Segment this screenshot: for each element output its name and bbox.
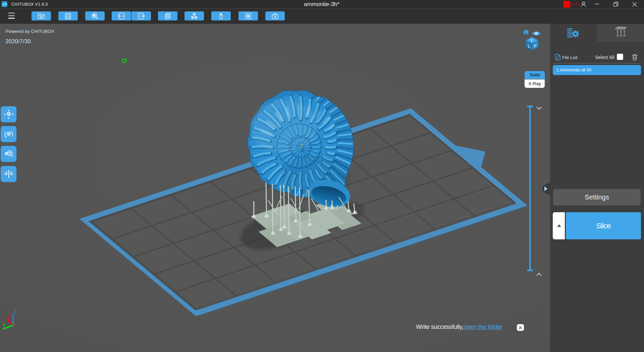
svg-text:F: F <box>534 44 537 49</box>
svg-text:L: L <box>528 44 530 49</box>
svg-text:T: T <box>530 39 533 43</box>
svg-text:Z: Z <box>13 309 17 315</box>
svg-text:Y: Y <box>2 323 6 329</box>
svg-text:X: X <box>7 314 11 320</box>
